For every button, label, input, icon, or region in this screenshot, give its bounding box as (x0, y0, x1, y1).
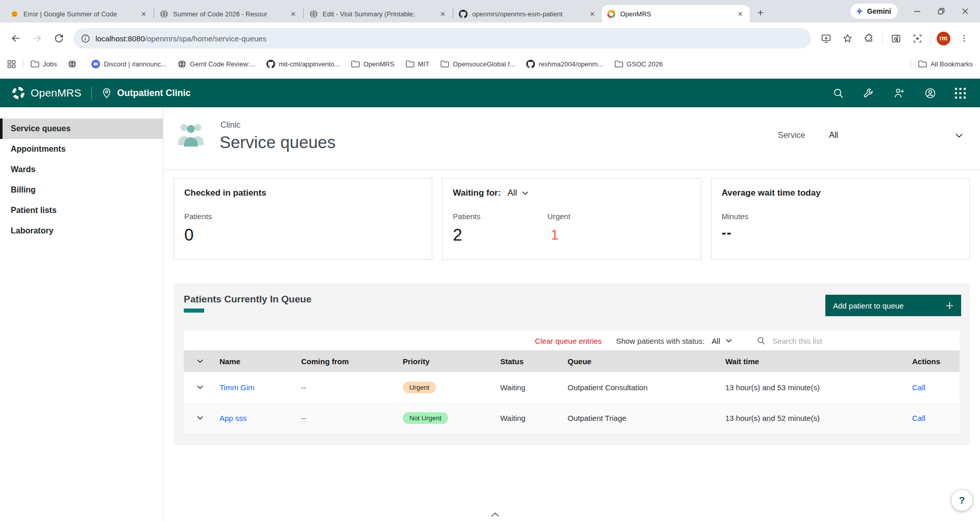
chevron-down-icon[interactable] (522, 191, 528, 195)
expand-all-chevron-icon[interactable] (184, 359, 219, 363)
patient-name-link[interactable]: Timm Gim (219, 383, 255, 392)
sidebar-item-wards[interactable]: Wards (0, 159, 163, 180)
tab-close-icon[interactable]: ✕ (139, 10, 148, 18)
window-restore-button[interactable] (929, 0, 953, 22)
column-header[interactable]: Wait time (725, 357, 906, 366)
bookmark-openmrs-folder[interactable]: OpenMRS (351, 60, 395, 68)
call-action-link[interactable]: Call (912, 414, 925, 422)
screen-capture-icon[interactable] (908, 29, 927, 48)
globe-icon (160, 10, 168, 18)
browser-menu-icon[interactable] (954, 29, 974, 48)
column-header[interactable]: Priority (403, 357, 500, 366)
clear-queue-entries-link[interactable]: Clear queue entries (535, 337, 602, 345)
waiting-for-card: Waiting for: All Patients 2 Urgent 1 (442, 178, 701, 260)
sidebar-item-service-queues[interactable]: Service queues (0, 119, 163, 139)
implementer-tools-icon[interactable] (863, 87, 875, 99)
patient-name-link[interactable]: App sss (219, 414, 247, 422)
row-expand-chevron-icon[interactable] (184, 385, 219, 389)
bookmark-mit-folder[interactable]: MIT (406, 60, 429, 68)
bookmark-github-reshma[interactable]: reshma2004/openm... (526, 60, 603, 68)
reload-button[interactable] (49, 29, 68, 48)
bookmark-label: Discord | #announc... (104, 60, 166, 68)
sidebar-item-billing[interactable]: Billing (0, 180, 163, 200)
column-header[interactable]: Coming from (301, 357, 403, 366)
folder-icon (406, 60, 414, 68)
bookmark-opensource-folder[interactable]: OpensouceGlobal f... (440, 60, 515, 68)
queue-cell: Outpatient Consultation (568, 383, 725, 392)
status-cell: Waiting (500, 383, 568, 392)
globe-icon (68, 60, 77, 68)
bookmark-gsoc-folder[interactable]: GSOC 2026 (615, 60, 663, 68)
status-filter-dropdown[interactable]: All (712, 337, 732, 345)
call-action-link[interactable]: Call (912, 383, 925, 392)
bookmark-jobs[interactable]: Jobs (31, 60, 57, 68)
browser-tab[interactable]: openmrs/openmrs-esm-patient ✕ (454, 5, 602, 22)
search-input[interactable] (772, 337, 890, 345)
back-button[interactable] (6, 29, 26, 48)
search-icon[interactable] (832, 87, 844, 99)
openmrs-icon (607, 10, 616, 18)
chevron-down-icon (955, 133, 966, 138)
add-user-icon[interactable] (894, 87, 905, 99)
row-expand-chevron-icon[interactable] (184, 416, 219, 420)
help-button[interactable]: ? (951, 490, 972, 511)
url-path: /openmrs/spa/home/service-queues (145, 34, 266, 43)
metric-label: Urgent (547, 212, 642, 221)
metric-value: 0 (184, 225, 279, 245)
new-tab-button[interactable]: + (753, 5, 768, 20)
bookmark-discord[interactable]: Discord | #announc... (91, 60, 166, 68)
average-wait-card: Average wait time today Minutes -- (711, 178, 970, 260)
gemini-button[interactable]: Gemini (850, 4, 898, 19)
column-header[interactable]: Name (219, 357, 301, 366)
app-switcher-icon[interactable] (955, 88, 966, 99)
tab-close-icon[interactable]: ✕ (736, 10, 745, 18)
address-bar[interactable]: localhost:8080/openmrs/spa/home/service-… (74, 28, 811, 49)
sidebar-item-label: Laboratory (11, 226, 54, 235)
sidebar-item-laboratory[interactable]: Laboratory (0, 221, 163, 241)
tab-close-icon[interactable]: ✕ (438, 10, 447, 18)
folder-icon (351, 60, 360, 68)
sidebar-item-appointments[interactable]: Appointments (0, 139, 163, 159)
service-filter-dropdown[interactable]: Service All (778, 131, 966, 140)
wait-time-cell: 13 hour(s) and 53 minute(s) (725, 383, 906, 392)
app-header: OpenMRS Outpatient Clinic (0, 79, 980, 107)
bookmark-github-mit[interactable]: mit-cml/appinvento... (266, 60, 340, 68)
waiting-filter-value[interactable]: All (507, 188, 517, 198)
browser-tab-active[interactable]: OpenMRS ✕ (602, 5, 750, 22)
header-actions (832, 87, 980, 99)
bookmark-site[interactable] (68, 60, 80, 68)
column-header[interactable]: Status (500, 357, 568, 366)
forward-button[interactable] (28, 29, 47, 48)
tab-close-icon[interactable]: ✕ (588, 10, 597, 18)
apps-grid-icon[interactable] (7, 60, 16, 68)
url-text: localhost:8080/openmrs/spa/home/service-… (95, 34, 266, 43)
openmrs-logo[interactable]: OpenMRS (0, 86, 81, 100)
window-minimize-button[interactable] (905, 0, 929, 22)
bookmark-gerrit[interactable]: Gerrit Code Review:... (178, 60, 255, 68)
bookmark-star-icon[interactable] (838, 29, 857, 48)
user-account-icon[interactable] (924, 87, 936, 99)
add-patient-to-queue-button[interactable]: Add patient to queue (825, 295, 961, 316)
sidebar-item-patient-lists[interactable]: Patient lists (0, 200, 163, 221)
globe-icon (178, 60, 186, 68)
card-title: Checked in patients (184, 188, 422, 198)
extensions-icon[interactable] (859, 29, 878, 48)
column-header[interactable]: Queue (568, 357, 725, 366)
folder-icon (31, 60, 39, 68)
location-switcher[interactable]: Outpatient Clinic (102, 88, 190, 99)
browser-tab[interactable]: Edit - Visit Summary (Printable; ✕ (304, 5, 452, 22)
tab-close-icon[interactable]: ✕ (289, 10, 298, 18)
column-header[interactable]: Actions (906, 357, 960, 366)
side-panel-icon[interactable] (886, 29, 905, 48)
browser-toolbar: localhost:8080/openmrs/spa/home/service-… (0, 22, 980, 54)
window-close-button[interactable] (953, 0, 977, 22)
install-app-icon[interactable] (816, 29, 836, 48)
collapse-bottom-chevron-icon[interactable] (486, 509, 504, 520)
profile-avatar[interactable]: rm (937, 32, 950, 45)
all-bookmarks[interactable]: All Bookmarks (911, 59, 973, 69)
browser-tab[interactable]: Error | Google Summer of Code ✕ (5, 5, 153, 22)
browser-tab[interactable]: Summer of Code 2026 - Resour ✕ (155, 5, 303, 22)
queue-table-row: App sss -- Not Urgent Waiting Outpatient… (184, 402, 960, 433)
search-icon (756, 336, 766, 345)
site-info-icon[interactable] (81, 34, 90, 43)
